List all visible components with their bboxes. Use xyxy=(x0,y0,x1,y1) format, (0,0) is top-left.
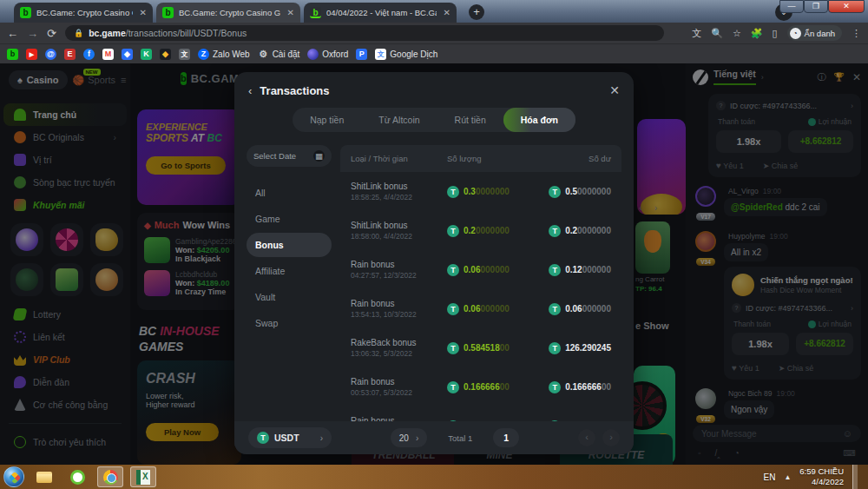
tx-balance: 0.5 xyxy=(565,187,577,196)
filter-swap[interactable]: Swap xyxy=(247,311,332,335)
taskbar-clock[interactable]: 6:59 CHIỀU 4/4/2022 xyxy=(799,466,844,487)
currency-selector[interactable]: T USDT › xyxy=(248,427,332,448)
window-close-button[interactable]: ✕ xyxy=(828,0,865,13)
extensions-puzzle-icon[interactable]: 🧩 xyxy=(751,28,763,39)
bookmark-star-icon[interactable]: ☆ xyxy=(733,28,741,39)
bookmark-share[interactable]: ◈ xyxy=(122,49,133,60)
menu-dots-icon[interactable]: ⋮ xyxy=(852,28,861,39)
window-minimize-button[interactable]: — xyxy=(779,0,804,13)
bookmark-gmail[interactable]: M xyxy=(102,49,114,60)
bookmark-p[interactable]: P xyxy=(356,49,367,60)
filter-list: All Game Bonus Affiliate Vault Swap xyxy=(247,181,332,335)
usdt-coin-icon: T xyxy=(447,342,459,354)
tx-balance-zeros: 0000000 xyxy=(577,187,611,196)
tx-balance: 0.06 xyxy=(565,304,582,314)
zalo-icon: Z xyxy=(198,49,209,60)
table-row: ShitLink bonus18:58:00, 4/4/2022 T0.2000… xyxy=(340,211,621,250)
tab-deposit[interactable]: Nạp tiền xyxy=(293,108,361,132)
bookmark-youtube[interactable]: ▶ xyxy=(26,49,37,60)
tx-time: 13:54:13, 10/3/2022 xyxy=(351,310,447,319)
tx-amount-zeros: 00 xyxy=(500,382,510,392)
taskbar-excel[interactable] xyxy=(130,466,156,487)
tab-close-icon[interactable]: ✕ xyxy=(444,8,450,17)
table-row: Rain bonus13:54:13, 10/3/2022 T0.0600000… xyxy=(340,289,621,328)
tx-time: 00:53:07, 5/3/2022 xyxy=(351,388,447,397)
window-maximize-button[interactable]: ❐ xyxy=(804,0,828,13)
tab-bill[interactable]: Hóa đơn xyxy=(503,108,575,132)
bookmark-mail[interactable]: @ xyxy=(45,49,56,60)
bookmark-facebook[interactable]: f xyxy=(83,49,95,60)
language-indicator[interactable]: EN xyxy=(763,472,775,482)
table-row: Rain bonus00:53:07, 5/3/2022 T0.16666600… xyxy=(340,367,621,406)
tx-type: Rain bonus xyxy=(351,260,447,269)
taskbar-coccoc[interactable] xyxy=(64,466,90,487)
address-bar[interactable]: 🔒 bc.game/transactions/bill/USDT/Bonus xyxy=(65,25,664,41)
back-icon[interactable]: ← xyxy=(7,27,18,40)
incognito-badge[interactable]: ◔ Ẩn danh xyxy=(787,25,842,41)
tx-amount: 0.166666 xyxy=(464,382,500,392)
tx-time: 04:27:57, 12/3/2022 xyxy=(351,271,447,280)
folder-icon xyxy=(36,472,52,483)
next-page-button[interactable]: › xyxy=(602,429,620,446)
bookmark-zalo[interactable]: ZZalo Web xyxy=(198,49,250,60)
tab-close-icon[interactable]: ✕ xyxy=(140,8,147,17)
k-icon: K xyxy=(141,49,152,60)
forward-icon[interactable]: → xyxy=(27,27,38,40)
transactions-modal: ‹ Transactions ✕ Nạp tiền Từ Altcoin Rút… xyxy=(234,72,634,454)
bookmark-oxford[interactable]: ●Oxford xyxy=(307,49,348,60)
bookmark-google-translate[interactable]: 文Google Dịch xyxy=(375,49,437,60)
url-text: bc.game/transactions/bill/USDT/Bonus xyxy=(89,28,247,38)
screen: b BC.Game: Crypto Casino Games ✕ b BC.Ga… xyxy=(0,0,868,489)
browser-tab-1[interactable]: b BC.Game: Crypto Casino Games ✕ xyxy=(14,3,153,23)
select-date-button[interactable]: Select Date ▦ xyxy=(247,145,332,167)
tab-close-icon[interactable]: ✕ xyxy=(287,8,294,17)
tab-withdraw[interactable]: Rút tiền xyxy=(437,108,503,132)
bcgame-favicon: b xyxy=(162,7,174,18)
side-panel-icon[interactable]: ▯ xyxy=(773,28,778,39)
url-path: /transactions/bill/USDT/Bonus xyxy=(126,28,247,38)
filter-game[interactable]: Game xyxy=(247,207,332,231)
browser-tab-3[interactable]: b 04/04/2022 - Việt nam - BC.Gam ✕ xyxy=(304,3,457,23)
tx-balance: 0.2 xyxy=(565,226,577,235)
prev-page-button[interactable]: ‹ xyxy=(578,429,595,446)
incognito-icon: ◔ xyxy=(790,28,801,39)
start-button[interactable] xyxy=(3,466,24,487)
google-translate-icon: 文 xyxy=(375,49,386,60)
taskbar-chrome[interactable] xyxy=(97,466,123,487)
tx-balance-zeros: 0000000 xyxy=(577,226,611,235)
bookmark-settings[interactable]: ⚙Cài đặt xyxy=(258,49,300,60)
bookmark-translate[interactable]: 文 xyxy=(179,49,190,60)
tx-balance-zeros: 000000 xyxy=(582,265,611,274)
page-size-selector[interactable]: 20 › xyxy=(391,428,427,447)
browser-tab-2[interactable]: b BC.Game: Crypto Casino Games ✕ xyxy=(156,3,300,23)
bookmark-k[interactable]: K xyxy=(141,49,152,60)
current-page[interactable]: 1 xyxy=(493,428,519,447)
bcgame-page: ♠ Casino NEW 🏀 Sports ≡ Trang chủ BC Ori… xyxy=(0,63,868,465)
usdt-coin-icon: T xyxy=(447,264,459,276)
bcgame-favicon: b xyxy=(20,7,31,18)
show-desktop-button[interactable] xyxy=(852,465,858,489)
modal-close-icon[interactable]: ✕ xyxy=(609,83,620,97)
tx-type: ShitLink bonus xyxy=(351,221,447,230)
bookmark-label: Google Dịch xyxy=(390,50,437,59)
select-date-label: Select Date xyxy=(253,151,296,161)
tray-expand-icon[interactable]: ▲ xyxy=(784,473,791,481)
reload-icon[interactable]: ⟳ xyxy=(47,27,56,40)
coccoc-icon xyxy=(70,470,85,485)
back-chevron-icon[interactable]: ‹ xyxy=(248,84,252,97)
table-row: RakeBack bonus13:06:32, 5/3/2022 T0.5845… xyxy=(340,328,621,367)
bookmark-binance[interactable]: ◆ xyxy=(160,49,171,60)
facebook-icon: f xyxy=(83,49,95,60)
filter-all[interactable]: All xyxy=(247,181,332,205)
filter-vault[interactable]: Vault xyxy=(247,285,332,309)
tab-from-altcoin[interactable]: Từ Altcoin xyxy=(361,108,437,132)
zoom-icon[interactable]: 🔍 xyxy=(711,28,723,39)
translate-icon[interactable]: 文 xyxy=(692,27,701,40)
filter-bonus[interactable]: Bonus xyxy=(247,233,332,257)
taskbar-explorer[interactable] xyxy=(31,466,57,487)
new-tab-button[interactable]: + xyxy=(469,4,484,20)
bookmark-bcgame[interactable]: b xyxy=(7,49,18,60)
filter-affiliate[interactable]: Affiliate xyxy=(247,259,332,283)
bookmark-dictionary[interactable]: E xyxy=(64,49,76,60)
tx-type: RakeBack bonus xyxy=(351,338,447,347)
